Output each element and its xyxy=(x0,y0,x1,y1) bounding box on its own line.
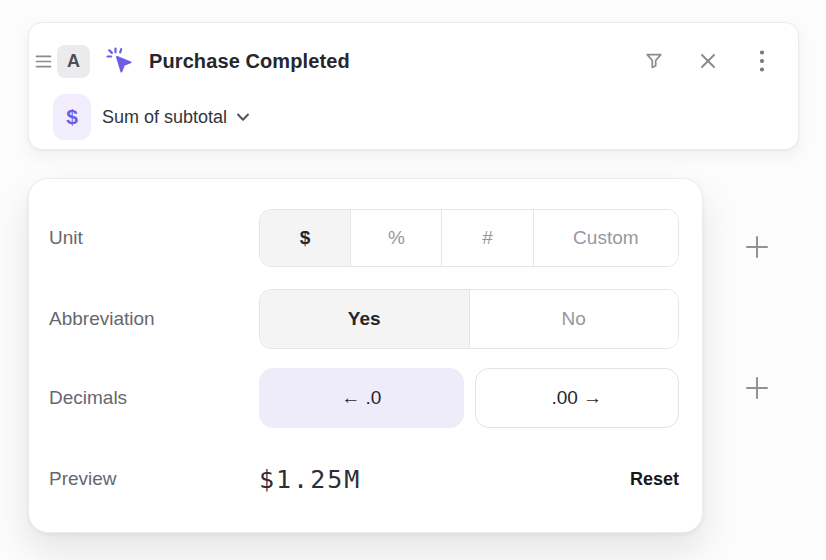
close-icon xyxy=(697,50,719,72)
add-row-button[interactable] xyxy=(741,372,773,404)
preview-label: Preview xyxy=(49,468,259,490)
decimals-decrease-button[interactable]: ← .0 xyxy=(259,368,464,428)
decimals-increase-button[interactable]: .00 → xyxy=(475,368,680,428)
close-button[interactable] xyxy=(694,47,722,75)
abbreviation-option-yes[interactable]: Yes xyxy=(260,290,469,348)
drag-handle-lines xyxy=(35,54,52,69)
unit-option-dollar[interactable]: $ xyxy=(260,210,350,266)
unit-option-custom[interactable]: Custom xyxy=(533,210,678,266)
unit-option-number[interactable]: # xyxy=(441,210,532,266)
unit-option-percent[interactable]: % xyxy=(350,210,441,266)
click-cursor-glyph xyxy=(105,46,135,76)
chevron-down-icon[interactable] xyxy=(234,108,252,126)
preview-value: $1.25M xyxy=(259,465,361,494)
stage: A Purchase Completed xyxy=(0,0,826,560)
currency-badge: $ xyxy=(53,94,91,140)
event-letter-badge: A xyxy=(57,45,90,78)
abbreviation-row: Abbreviation Yes No xyxy=(49,289,679,349)
reset-button[interactable]: Reset xyxy=(630,469,679,490)
metric-label: Sum of subtotal xyxy=(102,107,227,128)
filter-button[interactable] xyxy=(640,47,668,75)
event-card: A Purchase Completed xyxy=(28,22,799,150)
plus-icon xyxy=(744,234,770,260)
unit-segmented-control: $ % # Custom xyxy=(259,209,679,267)
metric-row[interactable]: $ Sum of subtotal xyxy=(29,93,798,141)
unit-row: Unit $ % # Custom xyxy=(49,209,679,267)
add-metric-button[interactable] xyxy=(741,231,773,263)
decimals-button-group: ← .0 .00 → xyxy=(259,368,679,428)
event-title: Purchase Completed xyxy=(149,50,350,73)
preview-row: Preview $1.25M Reset xyxy=(49,450,679,508)
event-title-row: A Purchase Completed xyxy=(29,23,798,99)
number-format-panel: Unit $ % # Custom Abbreviation Yes No De… xyxy=(28,178,703,533)
decimals-label: Decimals xyxy=(49,387,259,409)
click-event-icon xyxy=(105,46,135,76)
abbreviation-option-no[interactable]: No xyxy=(469,290,679,348)
more-options-button[interactable] xyxy=(748,47,776,75)
drag-handle-icon[interactable] xyxy=(34,53,52,69)
filter-icon xyxy=(643,50,665,72)
unit-label: Unit xyxy=(49,227,259,249)
plus-icon xyxy=(744,375,770,401)
decimals-row: Decimals ← .0 .00 → xyxy=(49,368,679,428)
chevron-down-glyph xyxy=(234,108,252,126)
abbreviation-label: Abbreviation xyxy=(49,308,259,330)
abbreviation-segmented-control: Yes No xyxy=(259,289,679,349)
kebab-menu-icon xyxy=(759,49,765,73)
